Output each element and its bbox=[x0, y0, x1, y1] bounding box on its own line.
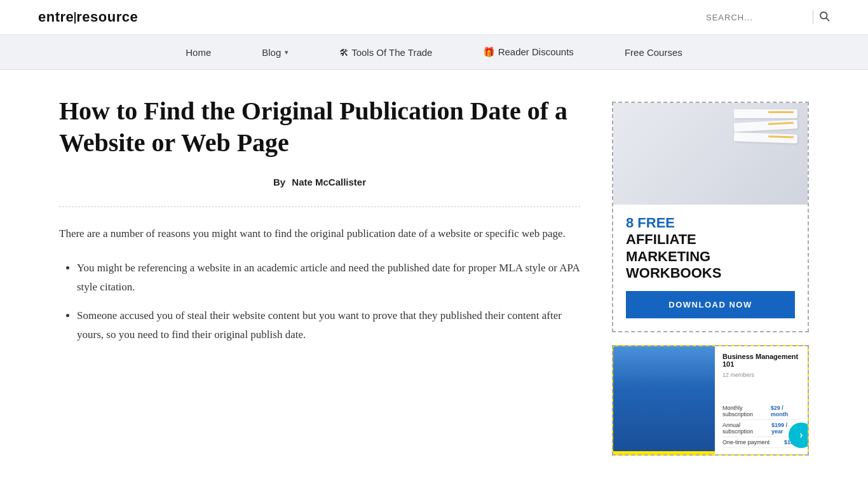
search-icon bbox=[818, 10, 830, 22]
ad-affiliate-line1: AFFILIATE MARKETING WORKBOOKS bbox=[626, 231, 721, 281]
ad-sheets-graphic bbox=[734, 109, 801, 142]
article-main: How to Find the Original Publication Dat… bbox=[59, 95, 580, 456]
ad-row-monthly-label: Monthly subscription bbox=[722, 405, 771, 417]
nav-item-blog[interactable]: Blog ▾ bbox=[236, 36, 314, 69]
ad-row-monthly-value: $29 / month bbox=[771, 405, 800, 417]
ad-workbooks[interactable]: 8 FREE AFFILIATE MARKETING WORKBOOKS DOW… bbox=[612, 102, 809, 332]
ad-free-text: 8 FREE AFFILIATE MARKETING WORKBOOKS bbox=[626, 215, 795, 282]
nav-link-tools[interactable]: 🛠 Tools Of The Trade bbox=[339, 47, 432, 58]
article-title: How to Find the Original Publication Dat… bbox=[59, 95, 580, 159]
ad-workbooks-text: 8 FREE AFFILIATE MARKETING WORKBOOKS bbox=[613, 205, 808, 282]
ad-workbooks-image bbox=[613, 103, 808, 205]
search-area bbox=[706, 10, 830, 24]
nav-link-blog[interactable]: Blog ▾ bbox=[262, 47, 288, 58]
site-logo[interactable]: entreresource bbox=[38, 9, 138, 25]
search-input[interactable] bbox=[706, 13, 808, 22]
logo-post: resource bbox=[76, 9, 138, 25]
svg-line-1 bbox=[826, 18, 829, 20]
nav-link-home[interactable]: Home bbox=[186, 47, 211, 58]
site-header: entreresource bbox=[0, 0, 868, 34]
nav-item-home[interactable]: Home bbox=[160, 36, 236, 69]
nav-link-courses[interactable]: Free Courses bbox=[625, 47, 682, 58]
search-divider bbox=[813, 10, 813, 24]
download-now-button[interactable]: DOWNLOAD NOW bbox=[626, 291, 795, 318]
main-nav: Home Blog ▾ 🛠 Tools Of The Trade 🎁 Reade… bbox=[0, 34, 868, 70]
ad-sheet-2 bbox=[734, 119, 798, 132]
nav-item-tools[interactable]: 🛠 Tools Of The Trade bbox=[314, 36, 458, 69]
search-button[interactable] bbox=[818, 10, 830, 24]
ad-pricing-rows: Monthly subscription $29 / month Annual … bbox=[722, 403, 800, 448]
nav-item-discounts[interactable]: 🎁 Reader Discounts bbox=[458, 35, 599, 69]
chevron-down-icon: ▾ bbox=[285, 48, 288, 57]
article-divider bbox=[59, 207, 580, 207]
logo-pre: entre bbox=[38, 9, 74, 25]
ad-person-image bbox=[613, 346, 715, 451]
article-author: By Nate McCallister bbox=[59, 177, 580, 187]
ad-sheet-3 bbox=[734, 132, 797, 143]
ad-business-title: Business Management 101 bbox=[722, 353, 800, 368]
ad-row-annual-label: Annual subscription bbox=[722, 422, 771, 435]
list-item: Someone accused you of steal their websi… bbox=[77, 306, 580, 344]
article-list: You might be referencing a website in an… bbox=[59, 259, 580, 344]
ad-business-subtitle: 12 members bbox=[722, 372, 800, 378]
ad-row-monthly: Monthly subscription $29 / month bbox=[722, 403, 800, 420]
ad-circle-icon[interactable]: › bbox=[789, 423, 809, 448]
ad-business[interactable]: Business Management 101 12 members Month… bbox=[612, 345, 809, 456]
nav-item-courses[interactable]: Free Courses bbox=[599, 36, 708, 69]
main-container: How to Find the Original Publication Dat… bbox=[21, 70, 847, 481]
article-intro: There are a number of reasons you might … bbox=[59, 225, 580, 243]
sidebar: 8 FREE AFFILIATE MARKETING WORKBOOKS DOW… bbox=[612, 95, 809, 456]
ad-row-onetime-label: One-time payment bbox=[722, 439, 770, 445]
nav-link-discounts[interactable]: 🎁 Reader Discounts bbox=[483, 46, 573, 58]
author-name: Nate McCallister bbox=[292, 177, 366, 187]
ad-sheet-1 bbox=[734, 109, 797, 118]
list-item: You might be referencing a website in an… bbox=[77, 259, 580, 297]
ad-free-label: 8 FREE bbox=[626, 215, 675, 231]
nav-blog-label: Blog bbox=[262, 47, 281, 58]
ad-business-inner: Business Management 101 12 members Month… bbox=[613, 346, 808, 454]
logo-separator bbox=[74, 12, 76, 24]
author-prefix: By bbox=[273, 177, 285, 187]
